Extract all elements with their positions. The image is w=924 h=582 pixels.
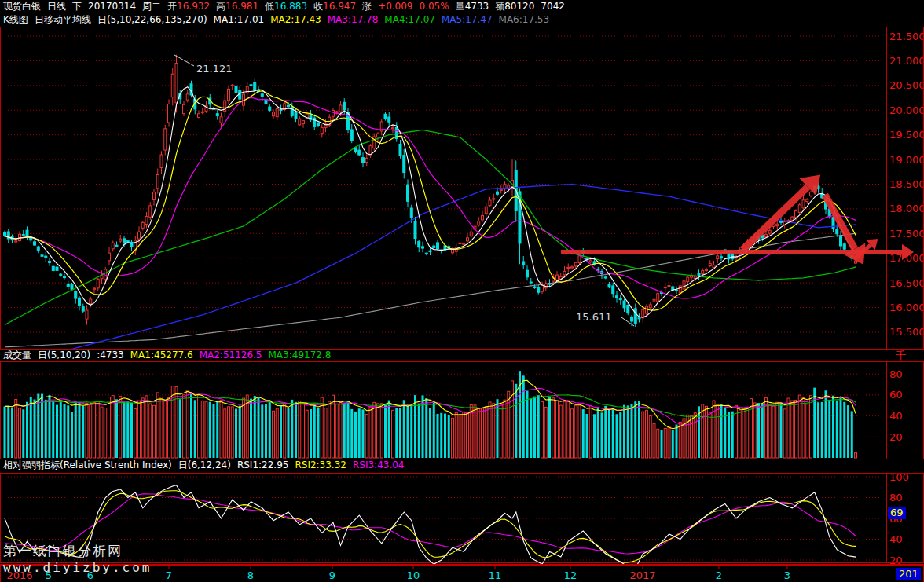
candle-body (616, 296, 618, 298)
volume-bar (265, 404, 267, 458)
volume-bar (720, 404, 723, 458)
candle-body (101, 276, 103, 279)
volume-bar (832, 396, 834, 458)
volume-bar (30, 397, 32, 458)
volume-bar (156, 393, 159, 458)
volume-bar (433, 403, 435, 458)
candle-body (687, 277, 689, 282)
candle-body (776, 224, 779, 225)
candle-body (141, 222, 144, 228)
candle-body (156, 174, 159, 188)
volume-bar (126, 401, 129, 458)
volume-bar (324, 408, 327, 458)
candle-body (295, 112, 297, 119)
volume-bar (22, 409, 24, 458)
axis-label: 16.500 (889, 277, 924, 289)
volume-bar (64, 404, 66, 458)
candle-body (608, 284, 610, 287)
time-axis[interactable]: 201656789101112201723 (0, 564, 924, 582)
crosshair-cursor-line[interactable] (2, 13, 2, 563)
volume-bar (493, 404, 495, 458)
volume-chart-pane[interactable]: 80604020千 (0, 350, 924, 460)
candle-body (522, 262, 525, 265)
candle-body (41, 255, 43, 257)
volume-bar (403, 400, 405, 458)
volume-bar (676, 425, 678, 458)
ma10-line (5, 91, 856, 310)
candle-body (49, 262, 51, 263)
volume-bar (52, 401, 54, 458)
volume-bar (130, 403, 133, 458)
volume-bar (478, 408, 480, 458)
volume-bar (243, 398, 245, 458)
candle-body (56, 267, 58, 270)
volume-bar (336, 404, 338, 458)
legend-item: MA6:17.53 (499, 13, 550, 26)
axis-label: 20 (889, 431, 903, 443)
candle-body (67, 284, 69, 287)
candle-body (108, 253, 111, 261)
volume-bar (810, 396, 812, 458)
candle-body (810, 192, 812, 196)
volume-bar (149, 404, 152, 458)
volume-bar (604, 406, 607, 458)
volume-bar (578, 405, 581, 458)
candle-body (843, 244, 845, 249)
candle-body (94, 288, 96, 289)
volume-bar (806, 404, 808, 458)
candle-body (706, 269, 708, 270)
volume-bar (597, 407, 600, 458)
axis-label: 21.000 (889, 55, 924, 67)
candle-body (358, 150, 361, 155)
legend-item: 日线 (47, 0, 66, 13)
month-label: 5 (46, 569, 52, 581)
volume-bar (649, 416, 651, 458)
axis-label: 80 (889, 368, 903, 380)
volume-bar (754, 403, 756, 458)
volume-bar (201, 401, 204, 458)
volume-unit-label: 千 (896, 350, 906, 361)
month-label: 12 (564, 569, 578, 581)
month-label: 7 (166, 569, 172, 581)
volume-bar (231, 407, 233, 458)
rsi-chart-pane[interactable]: 10080604020 (0, 460, 924, 564)
legend-item: 开 (167, 0, 177, 13)
candle-body (45, 256, 47, 258)
volume-bar (79, 402, 81, 458)
candle-body (422, 247, 424, 248)
volume-bar (512, 381, 514, 458)
volume-bar (194, 400, 196, 458)
candle-body (478, 221, 480, 225)
volume-bar (104, 408, 107, 458)
volume-bar (179, 399, 182, 458)
candle-body (720, 257, 723, 258)
kline-chart-pane[interactable]: 21.50021.00020.50020.00019.50019.00018.5… (0, 27, 924, 350)
candles-and-mas (4, 55, 857, 350)
axis-label: 19.500 (889, 129, 924, 141)
candle-body (235, 86, 237, 93)
candle-body (350, 130, 353, 141)
volume-bar (138, 401, 141, 458)
volume-bar (448, 415, 450, 458)
volume-bar (190, 392, 192, 458)
volume-bar (657, 429, 659, 458)
legend-item: 20170314 (88, 0, 136, 13)
volume-bar (795, 400, 798, 458)
volume-bar (369, 407, 372, 458)
volume-bar (343, 403, 346, 458)
volume-bar (783, 409, 786, 458)
candle-body (836, 229, 838, 234)
candle-body (467, 238, 469, 241)
volume-bar (276, 408, 278, 458)
candle-body (556, 275, 559, 280)
legend-item: MA3:17.78 (328, 13, 379, 26)
volume-bar (328, 401, 331, 458)
candle-body (410, 208, 412, 218)
volume-bar (205, 402, 207, 458)
volume-bar (108, 397, 111, 458)
volume-bar (582, 409, 585, 458)
candle-body (399, 145, 402, 156)
volume-bar (350, 409, 353, 458)
volume-bar (571, 409, 574, 458)
candle-body (768, 230, 771, 233)
